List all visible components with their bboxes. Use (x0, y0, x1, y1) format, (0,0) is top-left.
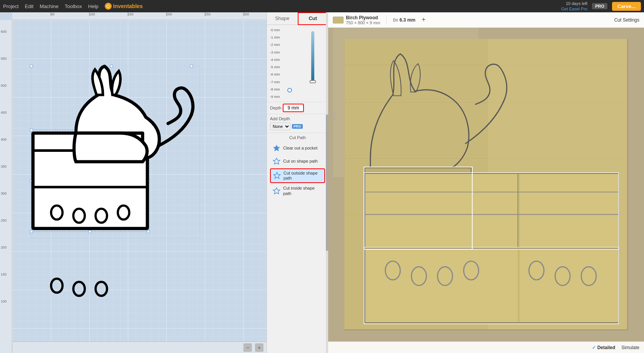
cut-on-shape-icon (272, 157, 281, 166)
3d-view: Birch Plywood 750 × 800 × 9 mm Bit 6.3 m… (328, 12, 644, 353)
svg-rect-8 (147, 230, 150, 233)
svg-point-21 (73, 282, 85, 296)
svg-marker-23 (273, 145, 280, 151)
depth-label-0: -0 mm (270, 28, 280, 32)
svg-rect-38 (366, 174, 518, 247)
cut-option-inside[interactable]: Cut inside shape path (270, 184, 325, 198)
detailed-view-button[interactable]: ✓ Detailed (592, 345, 615, 350)
svg-rect-11 (110, 65, 113, 68)
main-layout: 50 100 150 200 250 300 350 400 600 550 5… (0, 12, 644, 353)
ruler-v-150: 150 (1, 272, 7, 276)
brand-logo[interactable]: ⬡ Inventables (105, 3, 143, 10)
cut-option-clear-pocket[interactable]: Clear out a pocket (270, 142, 325, 155)
3d-artwork (328, 28, 644, 341)
cut-option-inside-label: Cut inside shape path (283, 186, 323, 196)
cut-option-on-shape-label: Cut on shape path (283, 159, 318, 164)
svg-rect-45 (520, 249, 618, 322)
tab-cut[interactable]: Cut (298, 12, 329, 25)
add-depth-row: Add Depth None PRO (267, 114, 328, 133)
tab-shape[interactable]: Shape (267, 12, 298, 24)
ruler-v-550: 550 (1, 57, 7, 61)
brand-icon: ⬡ (105, 3, 112, 10)
depth-label-2: -2 mm (270, 43, 280, 47)
add-depth-label: Add Depth (270, 116, 325, 121)
ruler-h-100: 100 (89, 12, 90, 16)
ruler-v-100: 100 (1, 299, 7, 303)
bit-info: Bit 6.3 mm (393, 17, 415, 23)
panel-scrollbar[interactable] (326, 12, 328, 353)
cut-settings-label[interactable]: Cut Settings (614, 17, 639, 23)
simulate-view-button[interactable]: Simulate (621, 345, 639, 350)
cut-option-clear-pocket-label: Clear out a pocket (283, 146, 317, 151)
svg-point-22 (96, 282, 107, 296)
material-swatch (333, 17, 344, 24)
menu-machine[interactable]: Machine (40, 3, 59, 9)
svg-rect-10 (30, 65, 33, 68)
cut-inside-icon (272, 187, 281, 195)
depth-label-7: -7 mm (270, 80, 280, 84)
days-left: 10 days left (561, 1, 587, 6)
cut-option-on-shape[interactable]: Cut on shape path (270, 155, 325, 168)
depth-input-label: Depth (270, 106, 281, 110)
depth-slider-area: -0 mm -1 mm -2 mm -3 mm -4 mm -5 mm -6 m… (267, 25, 328, 102)
menu-help[interactable]: Help (88, 3, 99, 9)
ruler-h-150: 150 (128, 12, 128, 16)
ruler-v-350: 350 (1, 165, 7, 168)
pro-badge: PRO (592, 3, 607, 9)
settings-panel: Shape Cut -0 mm -1 mm -2 mm -3 mm -4 mm … (267, 12, 328, 353)
menu-edit[interactable]: Edit (25, 3, 33, 9)
cut-path-section: Cut Path Clear out a pocket Cut on shape (267, 133, 328, 201)
depth-input[interactable]: 9 mm (283, 104, 304, 112)
ruler-v-250: 250 (1, 219, 7, 222)
add-depth-controls: None PRO (270, 123, 325, 130)
ruler-v-300: 300 (1, 192, 7, 195)
cut-outside-icon (273, 171, 281, 180)
depth-label-3: -3 mm (270, 50, 280, 54)
simulate-label: Simulate (621, 345, 639, 350)
ruler-h-50: 50 (51, 12, 51, 16)
ruler-v-500: 500 (1, 84, 7, 87)
depth-input-row: Depth 9 mm (267, 102, 328, 114)
zoom-in-button[interactable]: + (255, 343, 263, 352)
canvas-bottom-bar: − + (12, 341, 267, 353)
panel-tabs: Shape Cut (267, 12, 328, 25)
svg-point-20 (51, 279, 63, 292)
ruler-v-450: 450 (1, 111, 7, 114)
menu-toolbox[interactable]: Toolbox (65, 3, 82, 9)
ruler-v-400: 400 (1, 138, 7, 141)
add-material-button[interactable]: + (421, 16, 426, 24)
cut-option-outside[interactable]: Cut outside shape path (270, 168, 325, 183)
svg-marker-26 (273, 188, 280, 194)
bit-label: Bit (393, 18, 398, 22)
panel-scrollbar-thumb[interactable] (326, 114, 328, 251)
divider-1 (386, 15, 387, 25)
material-info: Birch Plywood 750 × 800 × 9 mm (333, 15, 380, 25)
detailed-label: Detailed (597, 345, 615, 350)
svg-rect-12 (190, 65, 193, 68)
3d-bottom-bar: ✓ Detailed Simulate (328, 341, 644, 353)
canvas-area[interactable]: 50 100 150 200 250 300 350 400 600 550 5… (0, 12, 267, 353)
zoom-out-button[interactable]: − (243, 343, 252, 352)
menu-project[interactable]: Project (3, 3, 18, 9)
shape-canvas[interactable] (12, 20, 267, 341)
brand-name: Inventables (113, 3, 143, 9)
depth-label-4: -4 mm (270, 58, 280, 62)
material-name: Birch Plywood (346, 15, 380, 20)
depth-label-6: -6 mm (270, 72, 280, 76)
bit-size: 6.3 mm (399, 17, 415, 23)
ruler-v-200: 200 (1, 245, 7, 249)
depth-slider-thumb[interactable] (310, 80, 316, 83)
depth-label-5: -5 mm (270, 65, 280, 69)
get-easel-pro-link[interactable]: Get Easel Pro (561, 7, 587, 11)
carve-button[interactable]: Carve... (612, 2, 641, 11)
add-depth-select[interactable]: None (270, 123, 290, 130)
depth-slider-track[interactable] (311, 31, 314, 83)
ruler-v-600: 600 (1, 30, 7, 34)
menu-bar: Project Edit Machine Toolbox Help ⬡ Inve… (0, 0, 644, 12)
checkmark-icon: ✓ (592, 345, 596, 350)
svg-rect-39 (520, 174, 618, 247)
panel-options-dots[interactable] (334, 113, 335, 120)
cut-option-outside-label: Cut outside shape path (283, 171, 322, 181)
svg-marker-24 (273, 158, 280, 164)
pro-tag: PRO (292, 124, 303, 129)
